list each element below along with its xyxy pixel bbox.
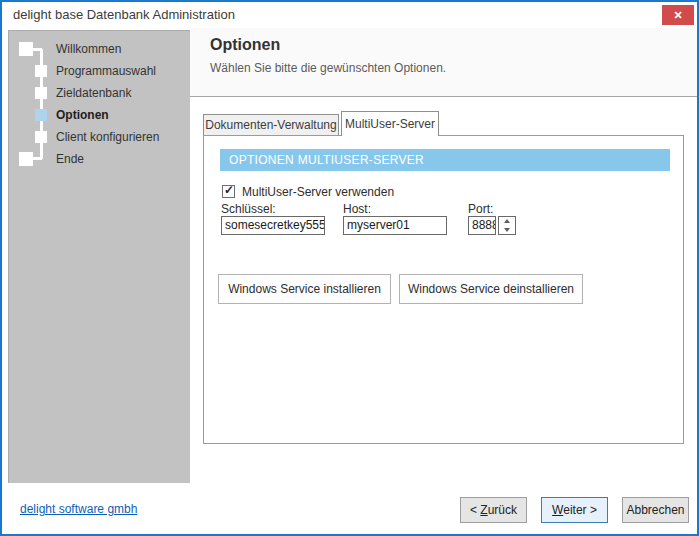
key-field-value: somesecretkey555 xyxy=(225,218,325,232)
app-window: delight base Datenbank Administration ✕ … xyxy=(0,0,699,536)
stepper-up-button[interactable] xyxy=(499,217,515,225)
chevron-up-icon xyxy=(504,219,510,223)
port-field-label: Port: xyxy=(468,202,493,216)
next-button-mnemonic: W xyxy=(552,503,563,517)
sidebar-item-zieldatenbank: Zieldatenbank xyxy=(56,82,131,104)
wizard-header: Optionen Wählen Sie bitte die gewünschte… xyxy=(190,28,697,97)
step-marker-optionen-active xyxy=(35,109,47,121)
host-field-label: Host: xyxy=(343,202,371,216)
tab-multiuser-server[interactable]: MultiUser-Server xyxy=(341,111,439,136)
uninstall-service-button[interactable]: Windows Service deinstallieren xyxy=(399,274,583,304)
step-connector-line xyxy=(33,157,42,160)
sidebar-item-client-konfigurieren: Client konfigurieren xyxy=(56,126,159,148)
step-connector-line xyxy=(33,48,42,51)
vendor-link[interactable]: delight software gmbh xyxy=(20,502,137,516)
key-field[interactable]: somesecretkey555 xyxy=(221,216,325,235)
multiuser-checkbox[interactable]: ✓ xyxy=(222,185,235,198)
host-field[interactable]: myserver01 xyxy=(343,216,447,235)
step-marker-ende xyxy=(19,152,33,166)
checkmark-icon: ✓ xyxy=(224,183,234,197)
step-marker-client-konfigurieren xyxy=(35,131,47,143)
step-marker-programmauswahl xyxy=(35,65,47,77)
sidebar-item-ende: Ende xyxy=(56,148,84,170)
step-marker-zieldatenbank xyxy=(35,87,47,99)
title-bar: delight base Datenbank Administration ✕ xyxy=(2,2,697,28)
step-marker-willkommen xyxy=(19,42,33,56)
close-button[interactable]: ✕ xyxy=(662,5,694,25)
sidebar-item-willkommen: Willkommen xyxy=(56,38,121,60)
back-button-label: < xyxy=(470,503,480,517)
tab-dokumenten-verwaltung[interactable]: Dokumenten-Verwaltung xyxy=(203,114,339,136)
cancel-button[interactable]: Abbrechen xyxy=(622,497,689,523)
multiuser-server-panel: OPTIONEN MULTIUSER-SERVER ✓ MultiUser-Se… xyxy=(203,135,684,444)
back-button-label-rest: urück xyxy=(488,503,517,517)
port-field[interactable]: 8888 xyxy=(468,216,496,235)
window-title: delight base Datenbank Administration xyxy=(13,2,235,28)
section-banner: OPTIONEN MULTIUSER-SERVER xyxy=(220,149,670,171)
port-stepper xyxy=(498,216,516,235)
key-field-label: Schlüssel: xyxy=(221,202,276,216)
back-button[interactable]: < Zurück xyxy=(460,497,527,523)
page-title: Optionen xyxy=(210,36,280,54)
cancel-button-label: Abbrechen xyxy=(626,503,684,517)
chevron-down-icon xyxy=(504,228,510,232)
back-button-mnemonic: Z xyxy=(480,503,487,517)
stepper-down-button[interactable] xyxy=(499,226,515,234)
next-button[interactable]: Weiter > xyxy=(541,497,608,523)
sidebar-item-optionen: Optionen xyxy=(56,104,109,126)
port-field-value: 8888 xyxy=(472,218,496,232)
host-field-value: myserver01 xyxy=(347,218,410,232)
install-service-button[interactable]: Windows Service installieren xyxy=(218,274,391,304)
wizard-steps-sidebar: Willkommen Programmauswahl Zieldatenbank… xyxy=(8,30,190,483)
sidebar-item-programmauswahl: Programmauswahl xyxy=(56,60,156,82)
multiuser-checkbox-label: MultiUser-Server verwenden xyxy=(242,185,394,199)
next-button-label-rest: eiter > xyxy=(563,503,597,517)
close-icon: ✕ xyxy=(673,9,682,21)
page-subtitle: Wählen Sie bitte die gewünschten Optione… xyxy=(210,61,446,75)
